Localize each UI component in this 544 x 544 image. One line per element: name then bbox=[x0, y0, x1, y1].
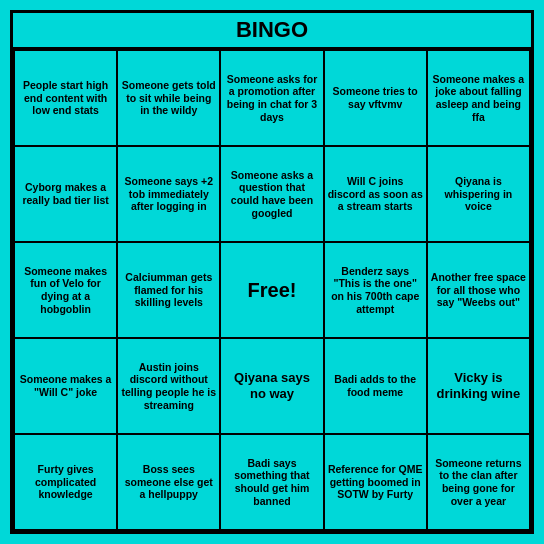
bingo-cell-3[interactable]: Someone tries to say vftvmv bbox=[325, 51, 428, 147]
bingo-grid: People start high end content with low e… bbox=[13, 49, 531, 531]
bingo-cell-10[interactable]: Someone makes fun of Velo for dying at a… bbox=[15, 243, 118, 339]
bingo-board: BINGO People start high end content with… bbox=[10, 10, 534, 534]
bingo-cell-9[interactable]: Qiyana is whispering in voice bbox=[428, 147, 531, 243]
bingo-cell-20[interactable]: Furty gives complicated knowledge bbox=[15, 435, 118, 531]
bingo-cell-22[interactable]: Badi says something that should get him … bbox=[221, 435, 324, 531]
bingo-cell-15[interactable]: Someone makes a "Will C" joke bbox=[15, 339, 118, 435]
bingo-cell-11[interactable]: Calciumman gets flamed for his skilling … bbox=[118, 243, 221, 339]
bingo-cell-14[interactable]: Another free space for all those who say… bbox=[428, 243, 531, 339]
bingo-cell-4[interactable]: Someone makes a joke about falling aslee… bbox=[428, 51, 531, 147]
bingo-cell-8[interactable]: Will C joins discord as soon as a stream… bbox=[325, 147, 428, 243]
bingo-cell-6[interactable]: Someone says +2 tob immediately after lo… bbox=[118, 147, 221, 243]
bingo-cell-21[interactable]: Boss sees someone else get a hellpuppy bbox=[118, 435, 221, 531]
bingo-cell-13[interactable]: Benderz says "This is the one" on his 70… bbox=[325, 243, 428, 339]
bingo-cell-17[interactable]: Qiyana says no way bbox=[221, 339, 324, 435]
bingo-title: BINGO bbox=[13, 13, 531, 49]
bingo-cell-16[interactable]: Austin joins discord without telling peo… bbox=[118, 339, 221, 435]
bingo-cell-1[interactable]: Someone gets told to sit while being in … bbox=[118, 51, 221, 147]
bingo-cell-0[interactable]: People start high end content with low e… bbox=[15, 51, 118, 147]
bingo-cell-23[interactable]: Reference for QME getting boomed in SOTW… bbox=[325, 435, 428, 531]
bingo-cell-18[interactable]: Badi adds to the food meme bbox=[325, 339, 428, 435]
bingo-cell-7[interactable]: Someone asks a question that could have … bbox=[221, 147, 324, 243]
bingo-cell-24[interactable]: Someone returns to the clan after being … bbox=[428, 435, 531, 531]
bingo-cell-12[interactable]: Free! bbox=[221, 243, 324, 339]
bingo-cell-19[interactable]: Vicky is drinking wine bbox=[428, 339, 531, 435]
bingo-cell-5[interactable]: Cyborg makes a really bad tier list bbox=[15, 147, 118, 243]
bingo-cell-2[interactable]: Someone asks for a promotion after being… bbox=[221, 51, 324, 147]
